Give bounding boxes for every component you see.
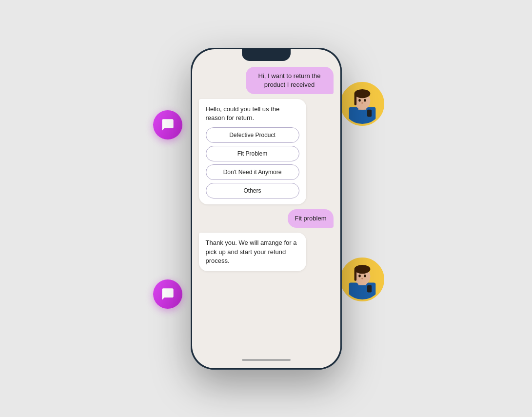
svg-rect-11 [354, 94, 356, 105]
user-bubble-2: Fit problem [288, 209, 333, 228]
svg-rect-21 [354, 269, 356, 281]
svg-point-23 [364, 274, 366, 277]
chat-area: Hi, I want to return the product I recei… [192, 61, 340, 355]
option-dont-need[interactable]: Don't Need it Anymore [206, 164, 299, 180]
avatar-top [340, 82, 384, 126]
bot-bubble-2: Thank you. We will arrange for a pick up… [199, 233, 306, 271]
svg-point-22 [358, 274, 361, 277]
phone-frame: Hi, I want to return the product I recei… [191, 48, 342, 370]
phone-notch [242, 49, 291, 61]
svg-point-24 [361, 278, 363, 279]
home-indicator [242, 359, 291, 361]
svg-point-14 [361, 102, 363, 103]
bottom-bar [192, 355, 340, 368]
bot-icon-top [153, 110, 182, 139]
avatar-bottom [340, 258, 384, 301]
svg-point-10 [354, 89, 370, 98]
option-defective[interactable]: Defective Product [206, 127, 299, 143]
svg-point-12 [358, 99, 361, 101]
svg-point-13 [364, 99, 366, 101]
user-bubble-1: Hi, I want to return the product I recei… [246, 67, 334, 94]
svg-point-20 [354, 264, 370, 273]
svg-rect-25 [367, 285, 372, 292]
bot-icon-bottom [153, 279, 182, 309]
bot-bubble-1: Hello, could you tell us the reason for … [199, 99, 306, 204]
option-fit[interactable]: Fit Problem [206, 146, 299, 161]
svg-rect-15 [367, 109, 372, 117]
option-others[interactable]: Others [206, 183, 299, 199]
scene: Hi, I want to return the product I recei… [139, 19, 393, 399]
